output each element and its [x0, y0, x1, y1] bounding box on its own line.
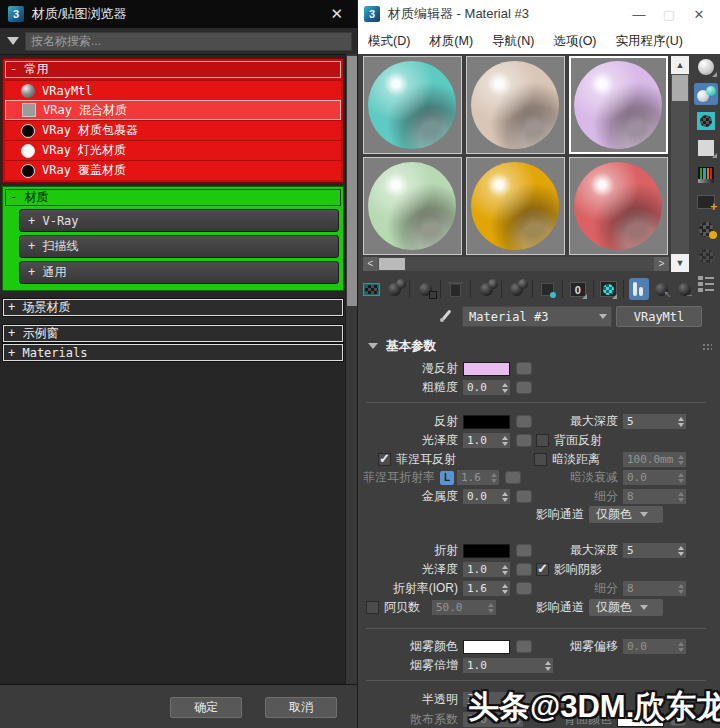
- group-materials-header[interactable]: - 材质: [5, 189, 341, 206]
- list-item-vray-blend[interactable]: VRay 混合材质: [5, 100, 341, 120]
- glossiness-map-button[interactable]: [516, 434, 532, 447]
- metalness-map-button[interactable]: [516, 490, 532, 503]
- subgroup-general[interactable]: + 通用: [19, 261, 339, 284]
- list-item-vray-wrapper[interactable]: VRay 材质包裹器: [5, 120, 341, 140]
- refract-glossiness-map-button[interactable]: [516, 563, 532, 576]
- metalness-field[interactable]: 0.0: [463, 489, 510, 504]
- refract-glossiness-field[interactable]: 1.0: [463, 562, 510, 577]
- go-forward-sibling-icon[interactable]: →: [674, 278, 694, 300]
- back-color-map-button[interactable]: [670, 713, 686, 726]
- subgroup-scanline[interactable]: + 扫描线: [19, 235, 339, 258]
- ior-field[interactable]: 1.6: [463, 581, 510, 596]
- put-to-library-icon[interactable]: [507, 278, 527, 300]
- close-icon[interactable]: ✕: [684, 7, 714, 22]
- reflect-color-swatch[interactable]: [463, 415, 510, 429]
- roughness-map-button[interactable]: [516, 381, 532, 394]
- get-material-icon[interactable]: [362, 278, 382, 300]
- close-icon[interactable]: ✕: [324, 5, 349, 23]
- samples-horizontal-scrollbar[interactable]: < >: [363, 257, 669, 271]
- reset-map-icon[interactable]: [446, 278, 466, 300]
- ok-button[interactable]: 确定: [170, 697, 242, 718]
- group-common-header[interactable]: - 常用: [5, 61, 341, 78]
- scrollbar-thumb[interactable]: [347, 56, 357, 306]
- cancel-button[interactable]: 取消: [265, 697, 337, 718]
- list-item-vray-light[interactable]: VRay 灯光材质: [5, 140, 341, 160]
- scroll-up-icon[interactable]: ▲: [671, 56, 689, 74]
- scroll-right-icon[interactable]: >: [654, 257, 669, 271]
- back-reflect-checkbox[interactable]: [536, 434, 549, 447]
- browser-vertical-scrollbar[interactable]: [345, 54, 357, 684]
- background-icon[interactable]: [694, 110, 718, 132]
- abbe-field[interactable]: 50.0: [432, 600, 496, 615]
- sample-slot-6[interactable]: [569, 157, 668, 255]
- editor-titlebar[interactable]: 3 材质编辑器 - Material #3 — ▢ ✕: [358, 0, 720, 28]
- minimize-icon[interactable]: —: [624, 7, 654, 22]
- scrollbar-thumb[interactable]: [672, 75, 688, 101]
- menu-mode[interactable]: 模式(D): [368, 33, 410, 50]
- sample-uv-tiling-icon[interactable]: [694, 137, 718, 159]
- menu-options[interactable]: 选项(O): [553, 33, 596, 50]
- menu-utilities[interactable]: 实用程序(U): [616, 33, 683, 50]
- show-map-in-viewport-icon[interactable]: [598, 278, 618, 300]
- reflect-map-button[interactable]: [516, 415, 532, 428]
- scatter-coeff-field[interactable]: 0.0: [463, 712, 523, 727]
- affect-shadows-checkbox[interactable]: [536, 563, 549, 576]
- glossiness-field[interactable]: 1.0: [463, 433, 510, 448]
- abbe-checkbox[interactable]: [366, 601, 379, 614]
- refract-map-button[interactable]: [516, 544, 532, 557]
- spinner[interactable]: [502, 383, 508, 393]
- fresnel-ior-field[interactable]: 1.6: [457, 470, 499, 485]
- fog-bias-field[interactable]: 0.0: [623, 639, 686, 654]
- material-name-dropdown[interactable]: Material #3: [462, 306, 612, 327]
- dim-falloff-field[interactable]: 0.0: [623, 470, 686, 485]
- ior-map-button[interactable]: [516, 582, 532, 595]
- video-color-check-icon[interactable]: [694, 164, 718, 186]
- affect-channels-dropdown[interactable]: 仅颜色: [589, 506, 663, 523]
- subdivs-refract-field[interactable]: 8: [623, 581, 686, 596]
- fresnel-checkbox[interactable]: [378, 453, 391, 466]
- pick-material-eyedropper-icon[interactable]: [438, 308, 454, 324]
- sample-slot-4[interactable]: [363, 157, 462, 255]
- list-item-vray-override[interactable]: VRay 覆盖材质: [5, 160, 341, 180]
- show-end-result-icon[interactable]: [629, 278, 649, 300]
- diffuse-map-button[interactable]: [516, 362, 532, 375]
- make-preview-icon[interactable]: [694, 191, 718, 213]
- go-to-parent-icon[interactable]: ↖: [652, 278, 672, 300]
- group-scene-materials[interactable]: + 场景材质: [3, 299, 343, 316]
- affect-channels-refract-dropdown[interactable]: 仅颜色: [589, 599, 663, 616]
- menu-navigation[interactable]: 导航(N): [492, 33, 534, 50]
- fog-color-swatch[interactable]: [463, 640, 510, 654]
- subdivs-field[interactable]: 8: [623, 489, 686, 504]
- group-sample-slots[interactable]: + 示例窗: [3, 325, 343, 342]
- roughness-field[interactable]: 0.0: [463, 380, 510, 395]
- search-input[interactable]: [25, 32, 352, 51]
- scrollbar-thumb[interactable]: [379, 258, 405, 270]
- backlight-icon[interactable]: [694, 83, 718, 105]
- fog-color-map-button[interactable]: [516, 640, 532, 653]
- put-material-to-scene-icon[interactable]: [385, 278, 405, 300]
- material-type-button[interactable]: VRayMtl: [616, 306, 702, 327]
- select-by-material-icon[interactable]: [694, 245, 718, 267]
- sample-slot-3-selected[interactable]: [569, 56, 668, 154]
- refract-color-swatch[interactable]: [463, 544, 510, 558]
- fresnel-ior-lock-button[interactable]: L: [440, 471, 454, 485]
- make-unique-icon[interactable]: [476, 278, 496, 300]
- max-depth-refract-field[interactable]: 5: [623, 543, 686, 558]
- group-materials-lib[interactable]: + Materials: [3, 344, 343, 361]
- fresnel-ior-map-button[interactable]: [505, 471, 521, 484]
- diffuse-color-swatch[interactable]: [463, 362, 510, 376]
- back-color-swatch[interactable]: [617, 713, 664, 727]
- scroll-left-icon[interactable]: <: [363, 257, 378, 271]
- save-material-icon[interactable]: [537, 278, 557, 300]
- subgroup-vray[interactable]: + V-Ray: [19, 209, 339, 232]
- list-item-vraymtl[interactable]: VRayMtl: [5, 80, 341, 100]
- maximize-icon[interactable]: ▢: [654, 7, 684, 22]
- assign-material-to-selection-icon[interactable]: [415, 278, 435, 300]
- browser-titlebar[interactable]: 3 材质/贴图浏览器 ✕: [0, 0, 357, 28]
- max-depth-field[interactable]: 5: [623, 414, 686, 429]
- sample-slot-1[interactable]: [363, 56, 462, 154]
- dim-distance-checkbox[interactable]: [534, 453, 547, 466]
- sample-slot-2[interactable]: [466, 56, 565, 154]
- scroll-down-icon[interactable]: ▼: [671, 254, 689, 272]
- dim-distance-field[interactable]: 100.0mm: [623, 452, 686, 467]
